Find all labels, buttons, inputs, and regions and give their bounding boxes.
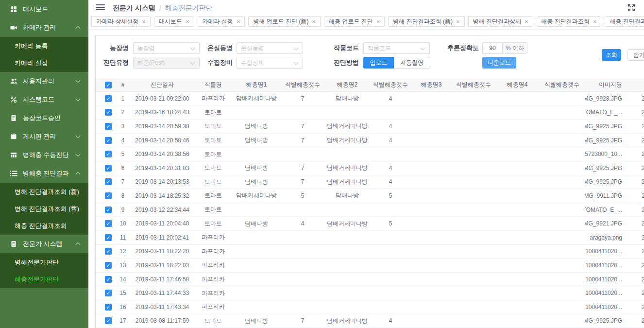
tab-close-icon[interactable]: ×: [186, 18, 189, 25]
column-header: 해충명1: [233, 81, 280, 89]
sidebar-subitem[interactable]: 병해 진단결과조회 (新): [0, 183, 88, 200]
table-cell: 11: [115, 234, 131, 241]
table-cell: IMG_9921.JPG: [585, 220, 632, 227]
table-row[interactable]: ✓92019-03-12 22:34:44토마토TOMATO_E_...2019: [96, 203, 644, 217]
accuracy-input[interactable]: [482, 42, 503, 54]
tab-2[interactable]: 카메라 설정×: [198, 16, 245, 27]
fullscreen-icon[interactable]: [627, 4, 635, 12]
tab-bar: 카메라 상세설정×대시보드×카메라 설정×병해 업로드 진단 (新)×해충 업로…: [91, 16, 644, 27]
tab-close-icon[interactable]: ×: [456, 18, 460, 25]
table-row[interactable]: ✓42019-03-14 20:58:46토마토담배나방7담배거세미나방4IMG…: [96, 134, 644, 148]
table-row[interactable]: ✓172019-03-08 11:17:59토마토담배나방7담배거세미나방4IM…: [96, 314, 644, 328]
sidebar-item-7[interactable]: 병해충 진단결과: [0, 164, 88, 183]
row-checkbox[interactable]: ✓: [105, 262, 112, 269]
row-checkbox[interactable]: ✓: [105, 276, 112, 283]
table-header-row: ✓#진단일자작물명해충명1식별해충갯수해충명2식별해충갯수해충명3식별해충갯수해…: [96, 78, 644, 92]
table-row[interactable]: ✓132019-03-11 18:22:03파프리카1000411020...2…: [96, 259, 644, 273]
table-row[interactable]: ✓82019-03-14 18:25:32토마토담배거세미나방5담배나방5IMG…: [96, 189, 644, 203]
tab-8[interactable]: 해충 진단결과상세×: [605, 16, 644, 27]
table-row[interactable]: ✓62019-03-14 20:31:03토마토담배나방7담배거세미나방4IMG…: [96, 161, 644, 175]
table-cell: 5: [370, 220, 411, 227]
tab-5[interactable]: 병해 진단결과조회 (新)×: [388, 16, 464, 27]
tab-close-icon[interactable]: ×: [237, 18, 240, 25]
tab-6[interactable]: 병해 진단결과상세×: [468, 16, 533, 27]
chevron-down-icon: [76, 97, 81, 102]
table-cell: 7: [280, 137, 325, 144]
table-cell: 1: [115, 95, 131, 102]
table-cell: 파프리카: [194, 233, 233, 242]
table-cell: 5723000_10...: [585, 151, 632, 157]
row-checkbox[interactable]: ✓: [105, 137, 112, 144]
method-upload-button[interactable]: 업로드: [363, 57, 394, 69]
hamburger-menu-icon[interactable]: [96, 4, 105, 11]
table-row[interactable]: ✓152019-03-11 17:44:33파프리카1000411020...2…: [96, 286, 644, 300]
sidebar-item-2[interactable]: 사용자관리: [0, 72, 88, 90]
sidebar-item-5[interactable]: 게시판 관리: [0, 127, 88, 146]
table-row[interactable]: ✓22019-03-16 18:24:43토마토TOMATO_E_...2019: [96, 106, 644, 120]
checkbox-cell: ✓: [96, 95, 115, 102]
table-row[interactable]: ✓122019-03-11 18:22:20파프리카1000411020...2…: [96, 245, 644, 259]
row-checkbox[interactable]: ✓: [105, 95, 112, 102]
table-row[interactable]: ✓142019-03-11 17:46:58파프리카1000411020...2…: [96, 273, 644, 287]
tab-7[interactable]: 해충 진단결과조회×: [537, 16, 602, 27]
sidebar-item-6[interactable]: 병해충 수동진단: [0, 146, 88, 164]
sidebar-item-1[interactable]: 카메라 관리: [0, 18, 88, 37]
table-row[interactable]: ✓112019-03-11 20:02:41파프리카aragaya.png201…: [96, 231, 644, 245]
tab-3[interactable]: 병해 업로드 진단 (新)×: [248, 16, 321, 27]
sidebar-subitem[interactable]: 카메라 등록: [0, 37, 88, 54]
sidebar-item-4[interactable]: 농장코드승인: [0, 109, 88, 127]
sidebar-subitem[interactable]: 병해전문가판단: [0, 254, 88, 271]
sidebar-item-3[interactable]: 시스템코드: [0, 90, 88, 109]
table-cell: 담배나방: [325, 94, 370, 103]
row-checkbox[interactable]: ✓: [105, 178, 112, 185]
tab-close-icon[interactable]: ×: [376, 18, 380, 25]
select-all-checkbox[interactable]: ✓: [105, 82, 112, 88]
row-checkbox[interactable]: ✓: [105, 123, 112, 130]
sidebar: 대시보드카메라 관리카메라 등록카메라 설정사용자관리시스템코드농장코드승인게시…: [0, 0, 88, 328]
table-cell: 16: [115, 304, 131, 311]
table-row[interactable]: ✓12019-03-21 09:22:00파프리카담배거세미나방7담배나방4IM…: [96, 92, 644, 106]
row-checkbox[interactable]: ✓: [105, 304, 112, 311]
sidebar-subitem-active[interactable]: 해충전문가판단: [0, 271, 88, 288]
tab-close-icon[interactable]: ×: [142, 18, 146, 25]
row-checkbox[interactable]: ✓: [105, 220, 112, 227]
row-checkbox[interactable]: ✓: [105, 234, 112, 241]
tab-close-icon[interactable]: ×: [312, 18, 316, 25]
table-cell: 담배나방: [233, 178, 280, 186]
sidebar-subitem[interactable]: 해충 진단결과조회: [0, 217, 88, 234]
tab-close-icon[interactable]: ×: [593, 18, 597, 25]
tab-4[interactable]: 해충 업로드 진단×: [324, 16, 385, 27]
table-cell: 2018: [632, 178, 644, 185]
table-row[interactable]: ✓162019-03-11 17:43:34파프리카1000411020...2…: [96, 300, 644, 314]
row-checkbox[interactable]: ✓: [105, 192, 112, 199]
row-checkbox[interactable]: ✓: [105, 290, 112, 296]
table-row[interactable]: ✓32019-03-14 20:59:38토마토담배나방7담배거세미나방4IMG…: [96, 120, 644, 134]
farm-name-select[interactable]: 농장명: [133, 42, 200, 54]
download-button[interactable]: 다운로드: [482, 57, 516, 69]
table-row[interactable]: ✓52019-03-14 20:38:56토마토5723000_10...201…: [96, 147, 644, 161]
tab-0[interactable]: 카메라 상세설정×: [91, 16, 151, 27]
crop-code-select[interactable]: 작물코드: [363, 42, 430, 54]
row-checkbox[interactable]: ✓: [105, 248, 112, 255]
breadcrumb-parent[interactable]: 전문가 시스템: [113, 4, 155, 13]
sidebar-item-0[interactable]: 대시보드: [0, 0, 88, 18]
table-row[interactable]: ✓72019-03-14 20:13:53토마토담배나방7담배거세미나방4IMG…: [96, 175, 644, 190]
device-select[interactable]: 수집장비: [237, 57, 303, 69]
sidebar-submenu: 카메라 등록카메라 설정: [0, 37, 88, 72]
row-checkbox[interactable]: ✓: [105, 151, 112, 157]
row-checkbox[interactable]: ✓: [105, 317, 112, 324]
table-row[interactable]: ✓102019-03-11 20:04:40토마토담배나방4담배거세미나방5IM…: [96, 217, 644, 231]
tab-close-icon[interactable]: ×: [525, 18, 528, 25]
row-checkbox[interactable]: ✓: [105, 207, 112, 213]
row-checkbox[interactable]: ✓: [105, 109, 112, 116]
table-cell: 1000411020...: [585, 248, 632, 255]
method-autocapture-button[interactable]: 자동촬영: [394, 57, 430, 69]
sidebar-subitem[interactable]: 카메라 설정: [0, 54, 88, 71]
greenhouse-select[interactable]: 온실동명: [237, 42, 303, 54]
sidebar-item-8[interactable]: 전문가 시스템: [0, 235, 88, 253]
checkbox-cell: ✓: [96, 304, 115, 311]
topbar: 전문가 시스템 / 해충전문가판단 카메라 상세설정×대시보드×카메라 설정×병…: [88, 0, 644, 30]
row-checkbox[interactable]: ✓: [105, 165, 112, 172]
sidebar-subitem[interactable]: 병해 진단결과조회 (舊): [0, 200, 88, 217]
tab-1[interactable]: 대시보드×: [154, 16, 194, 27]
